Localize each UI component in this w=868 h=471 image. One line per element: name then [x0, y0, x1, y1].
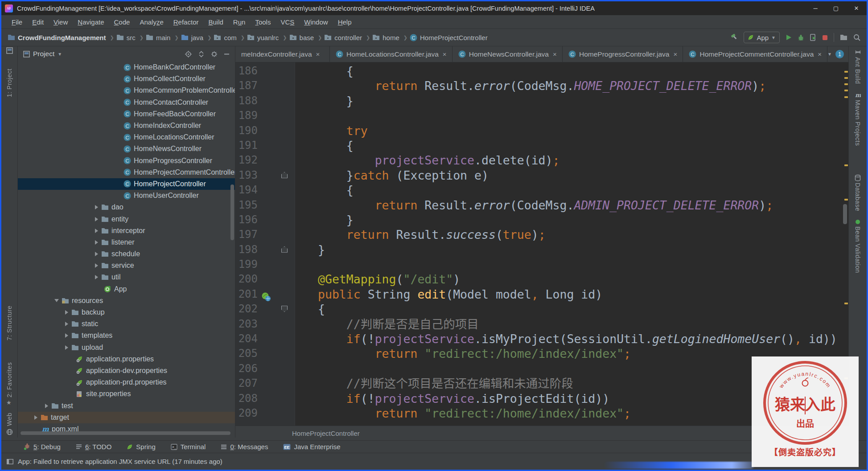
error-stripe-mark[interactable]: [844, 199, 848, 201]
tree-expand-arrow[interactable]: [53, 299, 61, 302]
tree-item-homelocationscontroller[interactable]: CHomeLocationsController: [18, 131, 235, 143]
close-tab-icon[interactable]: ×: [553, 50, 557, 58]
close-tab-icon[interactable]: ×: [443, 50, 447, 58]
tool-stripe-button-web[interactable]: Web: [1, 405, 17, 426]
stop-button[interactable]: [822, 35, 828, 41]
error-stripe-mark[interactable]: [844, 96, 848, 98]
tree-horizontal-scrollbar[interactable]: [21, 431, 230, 435]
debug-button[interactable]: [798, 34, 804, 41]
tree-item-backup[interactable]: backup: [18, 307, 235, 318]
gear-icon[interactable]: [211, 51, 218, 57]
minimize-button[interactable]: ─: [805, 1, 826, 15]
tool-window-button-java-enterprise[interactable]: EEJava Enterprise: [283, 443, 340, 451]
menu-item-edit[interactable]: Edit: [27, 18, 49, 26]
run-configuration-select[interactable]: App ▼: [744, 32, 780, 43]
tree-expand-arrow[interactable]: [62, 345, 70, 350]
chevron-down-icon[interactable]: ▼: [58, 52, 62, 57]
tree-expand-arrow[interactable]: [92, 263, 100, 268]
tree-item-homenewscontroller[interactable]: CHomeNewsController: [18, 143, 235, 155]
breadcrumb-item-java[interactable]: java: [181, 34, 204, 41]
tree-item-homeusercontroller[interactable]: CHomeUserController: [18, 190, 235, 201]
menu-item-navigate[interactable]: Navigate: [73, 18, 109, 26]
tool-window-button-0-messages[interactable]: 0: Messages: [221, 443, 268, 451]
tree-item-templates[interactable]: templates: [18, 330, 235, 341]
breadcrumb-item-crowdfundingmanagement[interactable]: CrowdFundingManagement: [8, 34, 106, 41]
tool-window-button-6-todo[interactable]: 6: TODO: [76, 443, 111, 451]
editor-tab-HomeLocationsController.java[interactable]: CHomeLocationsController.java×: [330, 46, 453, 62]
tool-window-toggle-icon[interactable]: [7, 459, 13, 464]
tree-item-homeindexcontroller[interactable]: CHomeIndexController: [18, 120, 235, 131]
tree-item-static[interactable]: static: [18, 318, 235, 330]
tree-vertical-scrollbar[interactable]: [230, 184, 234, 240]
hidden-tabs-chevron-icon[interactable]: ▼: [827, 52, 832, 57]
tool-stripe-button-1-project[interactable]: 1: Project: [1, 56, 17, 97]
tree-item-util[interactable]: util: [18, 271, 235, 283]
tree-expand-arrow[interactable]: [92, 252, 100, 256]
breadcrumb-item-home[interactable]: home: [372, 34, 399, 41]
tree-item-upload[interactable]: upload: [18, 342, 235, 353]
tree-item-entity[interactable]: entity: [18, 213, 235, 225]
menu-item-file[interactable]: File: [7, 18, 27, 26]
maximize-button[interactable]: ▢: [826, 1, 846, 15]
tree-item-resources[interactable]: resources: [18, 295, 235, 307]
menu-item-view[interactable]: View: [49, 18, 73, 26]
menu-item-refactor[interactable]: Refactor: [169, 18, 204, 26]
tool-window-button-terminal[interactable]: >_Terminal: [171, 443, 206, 451]
run-button[interactable]: [786, 34, 792, 41]
tree-item-application-properties[interactable]: application.properties: [18, 353, 235, 365]
tree-item-homebankcardcontroller[interactable]: CHomeBankCardController: [18, 61, 235, 73]
collapse-all-icon[interactable]: [198, 51, 205, 57]
tree-item-homefeedbackcontroller[interactable]: CHomeFeedBackController: [18, 108, 235, 120]
error-stripe-mark[interactable]: [844, 83, 848, 85]
project-panel-title[interactable]: Project: [33, 50, 54, 58]
editor-breadcrumb[interactable]: HomeProjectController: [292, 430, 360, 437]
tree-expand-arrow[interactable]: [92, 229, 100, 233]
menu-item-code[interactable]: Code: [109, 18, 135, 26]
tree-item-homeprogresscontroller[interactable]: CHomeProgressController: [18, 155, 235, 167]
tree-expand-arrow[interactable]: [92, 205, 100, 209]
tree-item-listener[interactable]: listener: [18, 237, 235, 248]
breadcrumb-item-com[interactable]: com: [214, 34, 236, 41]
tree-item-schedule[interactable]: schedule: [18, 248, 235, 260]
tree-item-site-properties[interactable]: site.properties: [18, 388, 235, 400]
tool-window-button-spring[interactable]: Spring: [127, 443, 155, 451]
tree-item-homecollectcontroller[interactable]: CHomeCollectController: [18, 73, 235, 85]
locate-file-icon[interactable]: [185, 51, 192, 57]
menu-item-build[interactable]: Build: [203, 18, 228, 26]
tree-expand-arrow[interactable]: [42, 404, 50, 408]
tree-expand-arrow[interactable]: [32, 415, 40, 420]
tree-item-homeprojectcontroller[interactable]: CHomeProjectController: [18, 178, 235, 190]
breadcrumb-item-controller[interactable]: controller: [324, 34, 362, 41]
tool-window-button-5-debug[interactable]: 5: Debug: [24, 443, 61, 451]
menu-item-window[interactable]: Window: [299, 18, 333, 26]
build-hammer-icon[interactable]: [730, 33, 738, 41]
error-stripe-mark[interactable]: [844, 303, 848, 304]
fold-start-marker-icon[interactable]: [281, 306, 288, 312]
menu-item-run[interactable]: Run: [228, 18, 251, 26]
tree-item-dao[interactable]: dao: [18, 201, 235, 213]
menu-item-analyze[interactable]: Analyze: [135, 18, 168, 26]
editor-scrollbar[interactable]: [843, 204, 847, 224]
tool-stripe-button-7-structure[interactable]: 7: Structure: [1, 296, 17, 340]
breadcrumb-item-main[interactable]: main: [146, 34, 171, 41]
error-stripe-mark[interactable]: [844, 90, 848, 91]
tree-expand-arrow[interactable]: [62, 322, 70, 326]
tool-stripe-button-maven-projects[interactable]: Maven Projects: [849, 100, 867, 150]
menu-item-help[interactable]: Help: [333, 18, 357, 26]
breadcrumb-item-homeprojectcontroller[interactable]: CHomeProjectController: [410, 34, 488, 41]
hide-panel-icon[interactable]: [224, 51, 230, 57]
tree-expand-arrow[interactable]: [92, 217, 100, 221]
tree-item-service[interactable]: service: [18, 260, 235, 271]
hidden-tabs-count-badge[interactable]: 1: [835, 50, 844, 58]
tree-item-external-libraries[interactable]: External Libraries: [18, 435, 235, 438]
tree-expand-arrow[interactable]: [62, 310, 70, 315]
close-tab-icon[interactable]: ×: [316, 50, 320, 58]
tree-expand-arrow[interactable]: [92, 240, 100, 245]
run-with-coverage-button[interactable]: [810, 34, 816, 41]
tree-item-interceptor[interactable]: interceptor: [18, 225, 235, 237]
tree-expand-arrow[interactable]: [92, 275, 100, 279]
editor-tab-meIndexController.java[interactable]: meIndexController.java×: [235, 46, 330, 62]
error-stripe-mark[interactable]: [844, 71, 848, 73]
breadcrumb-item-base[interactable]: base: [289, 34, 314, 41]
menu-item-tools[interactable]: Tools: [250, 18, 276, 26]
